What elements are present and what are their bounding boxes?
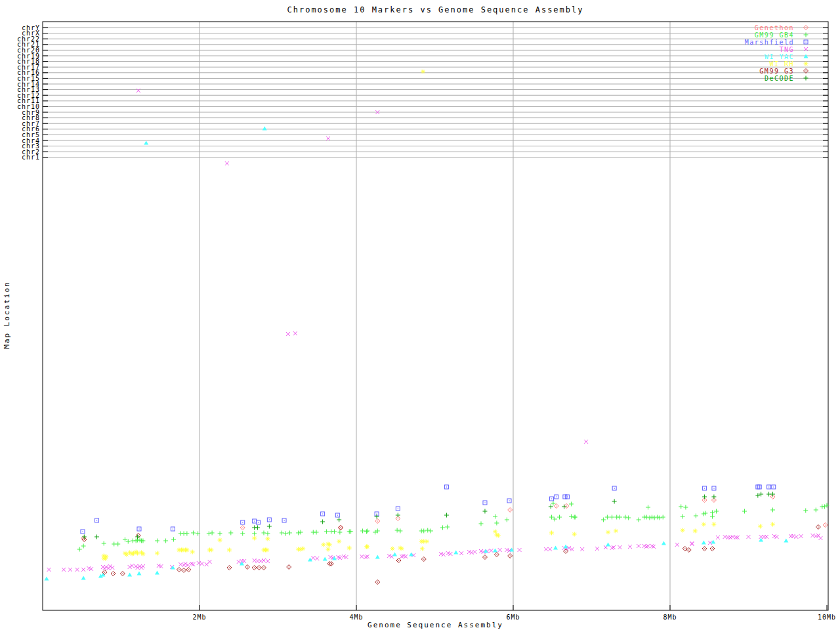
marker-wi-yac: [81, 576, 86, 580]
marker-tng: [747, 535, 751, 539]
marker-gm99-gb4: [296, 531, 301, 536]
legend-marker-gm99-g3-dot: [806, 71, 807, 72]
marker-decode: [94, 535, 99, 539]
marker-gm99-g3-dot: [398, 560, 399, 561]
marker-gm99-g3-dot: [377, 582, 378, 583]
marker-wi-rh: [135, 551, 140, 556]
marker-tng: [794, 535, 798, 539]
marker-gm99-gb4: [644, 515, 649, 520]
marker-wi-yac: [127, 573, 132, 577]
marker-tng: [326, 136, 330, 140]
marker-gm99-gb4: [623, 515, 627, 520]
marker-gm99-gb4: [803, 509, 808, 513]
marker-gm99-gb4: [395, 528, 400, 533]
marker-gm99-gb4: [652, 516, 657, 520]
marker-wi-rh: [681, 528, 685, 533]
marker-wi-rh: [390, 547, 394, 551]
marker-decode: [396, 513, 400, 518]
marker-genethon-dot: [556, 506, 556, 507]
marker-gm99-gb4: [549, 515, 554, 520]
marker-gm99-gb4: [557, 515, 562, 520]
x-tick-label-4mb: 4Mb: [349, 614, 363, 621]
marker-gm99-g3-dot: [184, 570, 184, 571]
marker-gm99-g3-dot: [496, 555, 497, 555]
marker-marshfield-dot: [242, 522, 243, 523]
marker-gm99-gb4: [650, 515, 654, 520]
marker-wi-rh: [693, 529, 698, 534]
marker-decode: [711, 495, 716, 499]
marker-wi-rh: [264, 548, 269, 553]
marker-wi-yac: [262, 127, 267, 131]
marker-tng: [337, 555, 341, 559]
marker-tng: [628, 545, 632, 549]
marker-genethon-dot: [242, 528, 243, 528]
marker-wi-yac: [144, 141, 148, 145]
marker-wi-rh: [702, 522, 706, 527]
marker-gm99-gb4: [479, 522, 484, 526]
marker-tng: [400, 555, 404, 558]
marker-gm99-gb4: [314, 530, 319, 535]
legend-label-decode: DeCODE: [765, 75, 794, 82]
x-tick-label-6mb: 6Mb: [506, 614, 520, 621]
legend-label-gm99-gb4: GM99 GB4: [755, 32, 794, 39]
marker-gm99-g3-dot: [704, 549, 705, 549]
marker-wi-yac: [553, 546, 558, 550]
marker-gm99-gb4: [265, 532, 270, 536]
marker-gm99-gb4: [637, 518, 641, 522]
marker-gm99-g3-dot: [138, 536, 138, 536]
marker-decode: [612, 499, 617, 504]
marker-tng: [498, 548, 502, 552]
marker-gm99-g3-dot: [712, 549, 713, 549]
marker-gm99-g3-dot: [331, 564, 331, 564]
marker-marshfield-dot: [337, 515, 338, 516]
marker-wi-rh: [265, 537, 270, 541]
marker-marshfield-dot: [398, 509, 398, 509]
marker-gm99-gb4: [364, 530, 369, 534]
marker-gm99-gb4: [332, 530, 337, 534]
marker-marshfield-dot: [254, 521, 255, 522]
marker-wi-yac: [392, 553, 397, 556]
marker-wi-rh: [711, 522, 716, 527]
marker-gm99-gb4: [573, 515, 578, 520]
marker-tng: [716, 536, 720, 539]
marker-tng: [293, 331, 297, 335]
marker-wi-rh: [365, 545, 369, 549]
marker-marshfield-dot: [96, 520, 97, 521]
marker-gm99-g3-dot: [484, 557, 485, 558]
marker-gm99-gb4: [440, 526, 445, 530]
marker-wi-yac: [375, 555, 380, 559]
marker-marshfield-dot: [773, 487, 774, 488]
marker-marshfield-dot: [284, 520, 285, 521]
marker-gm99-g3-dot: [566, 551, 566, 552]
chart-window: Chromosome 10 Markers vs Genome Sequence…: [0, 0, 840, 630]
marker-gm99-gb4: [299, 530, 303, 535]
marker-marshfield-dot: [258, 522, 259, 523]
marker-tng: [62, 568, 66, 572]
marker-gm99-gb4: [425, 528, 430, 533]
marker-gm99-gb4: [398, 529, 402, 534]
marker-marshfield-dot: [556, 497, 556, 497]
marker-gm99-gb4: [324, 530, 329, 534]
marker-gm99-gb4: [112, 542, 116, 547]
marker-tng: [242, 559, 246, 563]
marker-gm99-gb4: [646, 505, 650, 510]
marker-gm99-gb4: [679, 505, 683, 509]
legend-label-gm99-g3: GM99 G3: [759, 68, 794, 75]
x-tick-label-2mb: 2Mb: [192, 614, 206, 621]
marker-marshfield-dot: [173, 529, 173, 530]
marker-tng: [548, 547, 552, 551]
marker-marshfield-dot: [322, 514, 323, 514]
marker-gm99-gb4: [661, 515, 665, 520]
marker-tng: [262, 558, 266, 562]
marker-gm99-gb4: [191, 531, 196, 536]
marker-gm99-gb4: [207, 532, 211, 536]
marker-gm99-gb4: [710, 514, 715, 519]
marker-tng: [618, 545, 622, 549]
marker-gm99-g3-dot: [289, 567, 289, 568]
y-tick-label-chr1: chr1: [22, 154, 40, 161]
marker-gm99-g3-dot: [259, 568, 259, 568]
marker-tng: [141, 564, 145, 568]
legend-label-marshfield: Marshfield: [745, 39, 794, 46]
marker-decode: [482, 509, 487, 514]
plot-svg: chrYchrXchr22chr21chr20chr19chr18chr17ch…: [0, 0, 840, 630]
